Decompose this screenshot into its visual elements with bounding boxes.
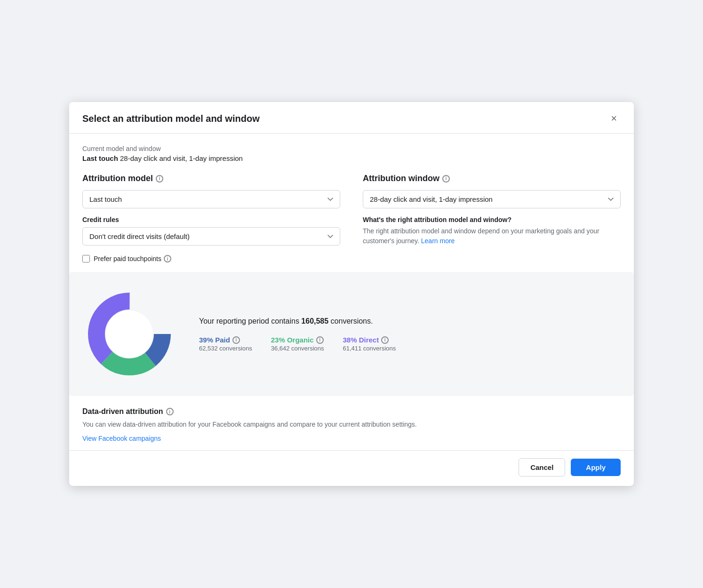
attribution-window-title: Attribution window i — [363, 174, 621, 183]
prefer-paid-label[interactable]: Prefer paid touchpoints i — [94, 255, 171, 262]
attribution-window-info-icon[interactable]: i — [442, 175, 450, 183]
left-column: Attribution model i Last touch First tou… — [82, 174, 340, 262]
paid-conversions: 62,532 conversions — [199, 345, 252, 352]
direct-info-icon[interactable]: i — [381, 336, 389, 344]
current-model-value: Last touch 28-day click and visit, 1-day… — [82, 154, 621, 162]
dialog-footer: Cancel Apply — [69, 450, 634, 486]
stats-row: 39% Paid i 62,532 conversions 23% Organi… — [199, 336, 621, 352]
chart-section: Your reporting period contains 160,585 c… — [69, 272, 634, 396]
dialog-title: Select an attribution model and window — [82, 113, 260, 124]
prefer-paid-checkbox[interactable] — [82, 255, 90, 262]
current-model-bold: Last touch — [82, 154, 118, 162]
attribution-model-info-icon[interactable]: i — [156, 175, 163, 183]
data-driven-description: You can view data-driven attribution for… — [82, 420, 621, 429]
attribution-window-select[interactable]: 28-day click and visit, 1-day impression… — [363, 190, 621, 208]
current-model-rest: 28-day click and visit, 1-day impression — [118, 154, 243, 162]
two-column-layout: Attribution model i Last touch First tou… — [82, 174, 621, 262]
data-driven-section: Data-driven attribution i You can view d… — [69, 396, 634, 450]
right-info-box: What's the right attribution model and w… — [363, 216, 621, 246]
organic-info-icon[interactable]: i — [316, 336, 324, 344]
credit-rules-select[interactable]: Don't credit direct visits (default) Cre… — [82, 227, 340, 246]
prefer-paid-row: Prefer paid touchpoints i — [82, 255, 340, 262]
attribution-model-select[interactable]: Last touch First touch Linear Time decay… — [82, 190, 340, 208]
prefer-paid-info-icon[interactable]: i — [164, 255, 171, 262]
dialog-body: Current model and window Last touch 28-d… — [69, 134, 634, 396]
credit-rules-label: Credit rules — [82, 216, 340, 223]
paid-stat: 39% Paid i 62,532 conversions — [199, 336, 252, 352]
cancel-button[interactable]: Cancel — [519, 458, 565, 477]
organic-stat: 23% Organic i 36,642 conversions — [271, 336, 324, 352]
data-driven-title: Data-driven attribution i — [82, 407, 621, 416]
attribution-model-title: Attribution model i — [82, 174, 340, 183]
learn-more-link[interactable]: Learn more — [421, 237, 455, 245]
direct-conversions: 61,411 conversions — [343, 345, 396, 352]
paid-pct: 39% Paid i — [199, 336, 252, 344]
right-column: Attribution window i 28-day click and vi… — [363, 174, 621, 262]
view-facebook-campaigns-link[interactable]: View Facebook campaigns — [82, 435, 161, 442]
donut-chart — [82, 287, 176, 381]
right-info-text: The right attribution model and window d… — [363, 226, 621, 246]
right-info-title: What's the right attribution model and w… — [363, 216, 621, 223]
attribution-dialog: Select an attribution model and window ×… — [69, 102, 634, 486]
paid-info-icon[interactable]: i — [232, 336, 240, 344]
direct-stat: 38% Direct i 61,411 conversions — [343, 336, 396, 352]
apply-button[interactable]: Apply — [571, 459, 621, 476]
organic-pct: 23% Organic i — [271, 336, 324, 344]
close-button[interactable]: × — [607, 111, 621, 126]
donut-hole — [106, 310, 153, 358]
current-model-section: Current model and window Last touch 28-d… — [82, 145, 621, 162]
chart-summary: Your reporting period contains 160,585 c… — [199, 316, 621, 326]
data-driven-info-icon[interactable]: i — [166, 408, 174, 415]
current-model-label: Current model and window — [82, 145, 621, 152]
chart-info: Your reporting period contains 160,585 c… — [199, 316, 621, 352]
dialog-header: Select an attribution model and window × — [69, 102, 634, 134]
direct-pct: 38% Direct i — [343, 336, 396, 344]
organic-conversions: 36,642 conversions — [271, 345, 324, 352]
